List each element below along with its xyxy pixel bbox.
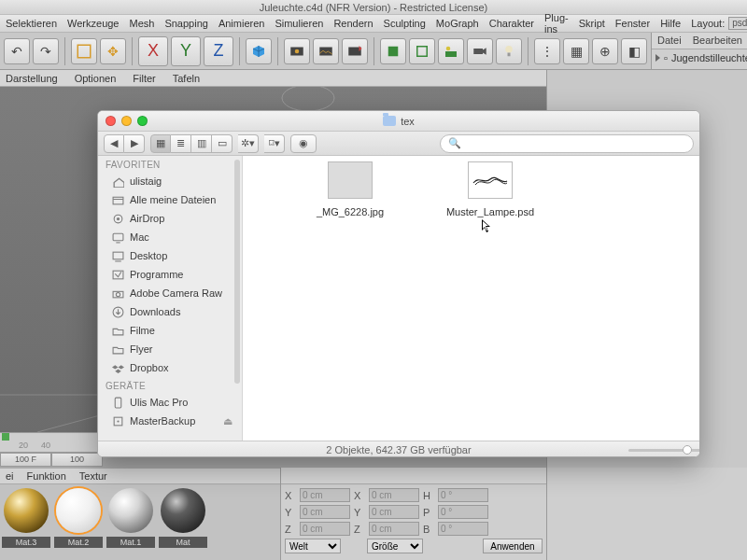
sidebar-device-masterbackup[interactable]: MasterBackup⏏	[98, 412, 242, 430]
material-1[interactable]: Mat.2	[54, 486, 103, 553]
coord-field[interactable]	[369, 505, 419, 519]
finder-content[interactable]: _MG_6228.jpgMuster_Lampe.psd	[243, 156, 699, 441]
menu-werkzeuge[interactable]: Werkzeuge	[67, 18, 119, 29]
zoom-window-button[interactable]	[137, 116, 148, 126]
vtab-darstellung[interactable]: Darstellung	[6, 73, 58, 84]
move-tool[interactable]: ✥	[100, 38, 126, 64]
light-button[interactable]	[496, 38, 522, 64]
menu-simulieren[interactable]: Simulieren	[275, 18, 323, 29]
sidebar-item-airdrop[interactable]: AirDrop	[98, 209, 242, 228]
vtab-optionen[interactable]: Optionen	[75, 73, 117, 84]
close-window-button[interactable]	[106, 116, 116, 126]
apply-button[interactable]: Anwenden	[483, 539, 543, 553]
om-tab-bearbeiten[interactable]: Bearbeiten	[687, 33, 747, 49]
z-axis-button[interactable]: Z	[204, 36, 233, 66]
mtab-textur[interactable]: Textur	[79, 470, 107, 482]
coord-field[interactable]	[369, 488, 419, 502]
folder-icon	[111, 343, 124, 356]
sidebar-item-programme[interactable]: Programme	[98, 265, 242, 284]
sidebar-item-alle-meine-dateien[interactable]: Alle meine Dateien	[98, 190, 242, 209]
sidebar-item-adobe-camera-raw[interactable]: Adobe Camera Raw	[98, 284, 242, 302]
dropbox-menu-button[interactable]: ⌑▾	[264, 134, 285, 153]
x-axis-button[interactable]: X	[138, 36, 168, 66]
y-axis-button[interactable]: Y	[171, 36, 201, 66]
share-button[interactable]: ◉	[290, 134, 317, 153]
finder-search[interactable]: 🔍	[440, 134, 694, 153]
frame-left[interactable]: 100 F	[0, 453, 51, 467]
coverflow-view-button[interactable]: ▭	[212, 134, 233, 153]
menu-plugins[interactable]: Plug-ins	[544, 12, 569, 35]
menu-sculpting[interactable]: Sculpting	[384, 18, 426, 29]
icon-view-button[interactable]: ▦	[150, 134, 171, 153]
icon-size-slider[interactable]	[628, 445, 692, 455]
menu-charakter[interactable]: Charakter	[489, 18, 534, 29]
menu-rendern[interactable]: Rendern	[333, 18, 373, 29]
minimize-window-button[interactable]	[121, 116, 132, 126]
menu-snapping[interactable]: Snapping	[164, 18, 208, 29]
sidebar-item-ulistaig[interactable]: ulistaig	[98, 172, 242, 190]
menu-animieren[interactable]: Animieren	[218, 18, 265, 29]
sidebar-device-ulis-mac-pro[interactable]: Ulis Mac Pro	[98, 393, 242, 412]
file-item[interactable]: Muster_Lampe.psd	[420, 161, 560, 217]
file-item[interactable]: _MG_6228.jpg	[280, 161, 420, 217]
sidebar-scrollbar[interactable]	[234, 160, 240, 437]
coord-field[interactable]	[438, 488, 488, 502]
sidebar-item-dropbox[interactable]: Dropbox	[98, 358, 242, 377]
vtab-tafeln[interactable]: Tafeln	[173, 73, 200, 84]
menu-skript[interactable]: Skript	[579, 18, 605, 29]
eject-icon[interactable]: ⏏	[223, 415, 233, 427]
sidebar-item-mac[interactable]: Mac	[98, 228, 242, 246]
forward-button[interactable]: ▶	[124, 134, 145, 153]
misc-4-button[interactable]: ◧	[621, 38, 647, 64]
start-marker[interactable]	[2, 433, 9, 441]
cube-primitive-button[interactable]	[246, 38, 272, 64]
material-3[interactable]: Mat	[159, 486, 207, 553]
mtab-ei[interactable]: ei	[6, 470, 14, 482]
material-2[interactable]: Mat.1	[106, 486, 155, 553]
select-tool[interactable]	[71, 38, 97, 64]
coord-field[interactable]	[438, 505, 488, 519]
render-view-button[interactable]	[284, 38, 310, 64]
misc-3-button[interactable]: ⊕	[592, 38, 618, 64]
coord-mode-1[interactable]: Welt	[285, 539, 341, 553]
menu-mesh[interactable]: Mesh	[129, 18, 154, 29]
vtab-filter[interactable]: Filter	[133, 73, 155, 84]
camera-button[interactable]	[467, 38, 493, 64]
generator-button[interactable]	[380, 38, 406, 64]
render-settings-button[interactable]	[342, 38, 368, 64]
coord-field[interactable]	[300, 488, 350, 502]
finder-titlebar[interactable]: tex	[98, 111, 699, 132]
redo-button[interactable]: ↷	[33, 38, 59, 64]
search-input[interactable]	[465, 138, 685, 149]
coord-field[interactable]	[300, 505, 350, 519]
menu-hilfe[interactable]: Hilfe	[660, 18, 681, 29]
mtab-funktion[interactable]: Funktion	[27, 470, 66, 482]
list-view-button[interactable]: ≣	[171, 134, 191, 153]
back-button[interactable]: ◀	[104, 134, 124, 153]
coord-field[interactable]	[369, 522, 419, 536]
coord-field[interactable]	[438, 522, 488, 536]
expand-icon[interactable]	[655, 54, 660, 62]
deformer-button[interactable]	[409, 38, 435, 64]
action-menu-button[interactable]: ✲▾	[238, 134, 259, 153]
undo-button[interactable]: ↶	[4, 38, 30, 64]
material-0[interactable]: Mat.3	[2, 486, 50, 553]
sidebar-item-desktop[interactable]: Desktop	[98, 246, 242, 265]
sidebar-item-filme[interactable]: Filme	[98, 321, 242, 340]
om-tab-datei[interactable]: Datei	[652, 33, 687, 49]
environment-button[interactable]	[438, 38, 464, 64]
render-picture-button[interactable]	[313, 38, 339, 64]
sidebar-item-downloads[interactable]: Downloads	[98, 302, 242, 321]
misc-1-button[interactable]: ⋮	[534, 38, 560, 64]
coord-field[interactable]	[300, 522, 350, 536]
menu-mograph[interactable]: MoGraph	[436, 18, 479, 29]
frame-right[interactable]: 100	[51, 453, 103, 467]
column-view-button[interactable]: ▥	[191, 134, 212, 153]
menu-selektieren[interactable]: Selektieren	[6, 18, 57, 29]
sidebar-item-flyer[interactable]: Flyer	[98, 340, 242, 358]
menu-fenster[interactable]: Fenster	[615, 18, 650, 29]
scene-item-label[interactable]: Jugendstilleuchte	[671, 52, 747, 63]
layout-select[interactable]: psd	[728, 17, 747, 30]
coord-mode-2[interactable]: Größe	[367, 539, 423, 553]
misc-2-button[interactable]: ▦	[563, 38, 589, 64]
